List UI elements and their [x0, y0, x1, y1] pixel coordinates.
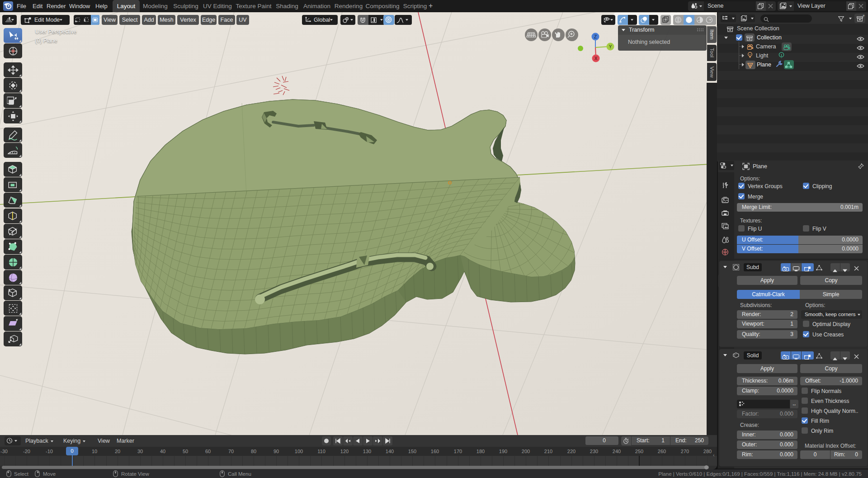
svg-text:Y: Y	[609, 44, 612, 49]
svg-text:Z: Z	[594, 34, 597, 39]
svg-text:X: X	[594, 56, 598, 61]
